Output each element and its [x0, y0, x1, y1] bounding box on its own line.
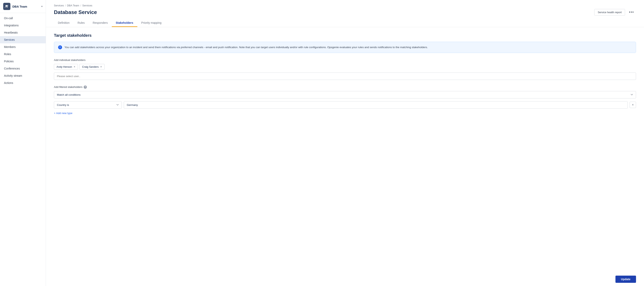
condition-type-select[interactable]: Country is Team is Role is Tag is — [54, 101, 122, 109]
info-box: i You can add stakeholders across your o… — [54, 42, 636, 53]
sidebar-item-heartbeats[interactable]: Heartbeats — [0, 29, 46, 36]
help-icon[interactable]: ? — [84, 86, 87, 89]
sidebar-item-conferences[interactable]: Conferences — [0, 65, 46, 72]
sidebar-item-policies[interactable]: Policies — [0, 58, 46, 65]
more-options-button[interactable]: ••• — [627, 9, 636, 16]
match-condition-select[interactable]: Match all conditions Match any condition — [54, 91, 636, 99]
breadcrumb: Services / DBA Team / Services — [54, 4, 636, 7]
remove-condition-button[interactable]: × — [630, 102, 636, 108]
filtered-label-row: Add filtered stakeholders ? — [54, 86, 636, 89]
stakeholder-tag-andy: Andy Henson × — [54, 64, 78, 70]
team-name: DBA Team — [12, 5, 39, 8]
tabs: Definition Rules Responders Stakeholders… — [54, 19, 636, 27]
individual-stakeholders-label: Add individual stakeholders — [54, 59, 636, 62]
remove-craig-button[interactable]: × — [100, 65, 102, 68]
tab-definition[interactable]: Definition — [54, 19, 74, 27]
tab-priority-mapping[interactable]: Priority mapping — [137, 19, 166, 27]
health-report-button[interactable]: Service health report — [594, 9, 625, 16]
header-actions: Service health report ••• — [594, 9, 636, 16]
breadcrumb-sep-2: / — [80, 4, 81, 7]
info-text: You can add stakeholders across your org… — [64, 45, 428, 50]
info-icon: i — [58, 45, 62, 49]
filtered-stakeholders-label: Add filtered stakeholders — [54, 86, 82, 89]
svg-point-0 — [6, 5, 7, 7]
team-logo — [3, 3, 10, 10]
remove-andy-button[interactable]: × — [74, 65, 75, 68]
condition-value-input[interactable] — [124, 101, 628, 109]
tab-responders[interactable]: Responders — [89, 19, 112, 27]
condition-row: Country is Team is Role is Tag is × — [54, 101, 636, 109]
sidebar: DBA Team ▾ On-call Integrations Heartbea… — [0, 0, 46, 286]
sidebar-item-members[interactable]: Members — [0, 43, 46, 51]
tag-name-andy: Andy Henson — [56, 65, 72, 68]
sidebar-item-services[interactable]: Services — [0, 36, 46, 43]
breadcrumb-services[interactable]: Services — [54, 4, 64, 7]
sidebar-item-actions[interactable]: Actions — [0, 79, 46, 87]
team-header[interactable]: DBA Team ▾ — [0, 0, 46, 13]
page-title: Database Service — [54, 9, 97, 15]
update-button[interactable]: Update — [616, 275, 636, 283]
breadcrumb-services-2[interactable]: Services — [82, 4, 92, 7]
tag-name-craig: Craig Sanders — [82, 65, 98, 68]
breadcrumb-sep-1: / — [65, 4, 66, 7]
add-new-type-link[interactable]: + Add new type — [54, 112, 72, 115]
tab-stakeholders[interactable]: Stakeholders — [112, 19, 137, 27]
footer-actions: Update — [46, 272, 644, 286]
content-area: Target stakeholders i You can add stakeh… — [46, 27, 644, 121]
sidebar-nav: On-call Integrations Heartbeats Services… — [0, 13, 46, 286]
stakeholder-tags: Andy Henson × Craig Sanders × — [54, 64, 636, 70]
breadcrumb-dba-team[interactable]: DBA Team — [67, 4, 79, 7]
top-bar: Services / DBA Team / Services Database … — [46, 0, 644, 27]
page-header: Database Service Service health report •… — [54, 9, 636, 16]
stakeholder-tag-craig: Craig Sanders × — [80, 64, 104, 70]
chevron-down-icon: ▾ — [41, 5, 42, 8]
sidebar-item-on-call[interactable]: On-call — [0, 15, 46, 22]
main-content: Services / DBA Team / Services Database … — [46, 0, 644, 286]
sidebar-item-roles[interactable]: Roles — [0, 51, 46, 58]
user-select-input[interactable] — [54, 73, 636, 80]
sidebar-item-activity-stream[interactable]: Activity stream — [0, 72, 46, 79]
sidebar-item-integrations[interactable]: Integrations — [0, 22, 46, 29]
tab-rules[interactable]: Rules — [74, 19, 89, 27]
svg-point-1 — [7, 5, 8, 7]
section-title: Target stakeholders — [54, 33, 636, 38]
